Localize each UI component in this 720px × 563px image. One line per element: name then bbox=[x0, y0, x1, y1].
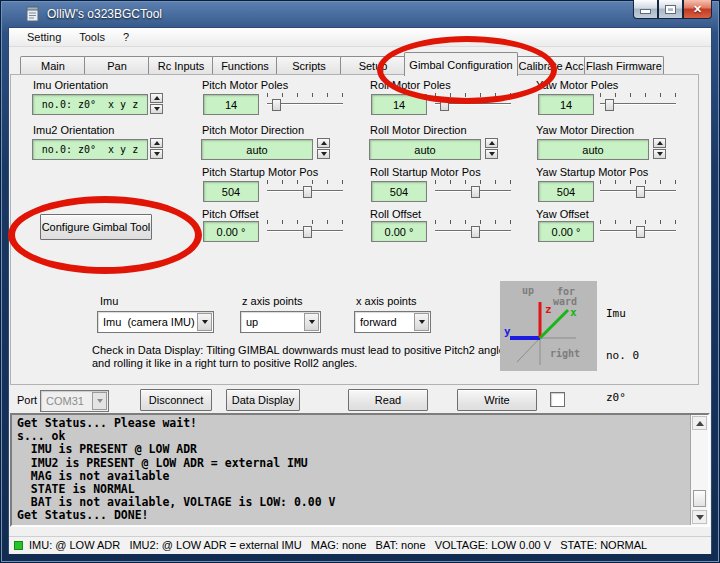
spinner-up-icon[interactable] bbox=[485, 138, 498, 148]
slider-thumb[interactable] bbox=[605, 99, 614, 111]
data-display-button[interactable]: Data Display bbox=[226, 389, 300, 411]
roll-motor-poles-slider[interactable] bbox=[435, 93, 511, 111]
roll-offset-slider[interactable] bbox=[435, 220, 511, 238]
pitch-motor-poles-slider[interactable] bbox=[267, 93, 343, 111]
yaw-offset-slider[interactable] bbox=[600, 220, 676, 238]
tab-gimbal-configuration[interactable]: Gimbal Configuration bbox=[404, 52, 518, 76]
minimize-icon bbox=[640, 9, 651, 14]
spinner-up-icon[interactable] bbox=[150, 93, 163, 103]
tab-functions[interactable]: Functions bbox=[212, 56, 278, 74]
diagram-y-axis-label: y bbox=[504, 325, 511, 338]
x-axis-points-select[interactable]: forward bbox=[354, 311, 431, 333]
write-button[interactable]: Write bbox=[457, 389, 537, 411]
spinner-down-icon[interactable] bbox=[317, 149, 330, 159]
slider-thumb[interactable] bbox=[636, 186, 645, 198]
title-bar[interactable]: OlliW's o323BGCTool ✕ bbox=[0, 0, 720, 28]
roll-motor-direction-label: Roll Motor Direction bbox=[370, 124, 467, 136]
roll-startup-motor-pos-label: Roll Startup Motor Pos bbox=[370, 166, 481, 178]
status-log-terminal: Get Status... Please wait! s... ok IMU i… bbox=[10, 413, 710, 527]
unnamed-checkbox[interactable] bbox=[550, 392, 565, 407]
slider-thumb[interactable] bbox=[471, 226, 480, 238]
imu-orientation-field[interactable]: no.0: z0° x y z bbox=[32, 94, 148, 115]
imu-orientation-label: Imu Orientation bbox=[33, 79, 108, 91]
yaw-motor-poles-field[interactable]: 14 bbox=[538, 94, 594, 115]
pitch-offset-field[interactable]: 0.00 ° bbox=[203, 221, 259, 242]
imu2-orientation-field[interactable]: no.0: z0° x y z bbox=[32, 139, 148, 160]
roll-motor-direction-field[interactable]: auto bbox=[369, 139, 481, 160]
slider-ticks bbox=[600, 180, 676, 184]
yaw-startup-motor-pos-slider[interactable] bbox=[600, 180, 676, 198]
chevron-down-icon[interactable] bbox=[414, 313, 429, 331]
configure-gimbal-tool-button[interactable]: Configure Gimbal Tool bbox=[40, 214, 152, 240]
spinner-up-icon[interactable] bbox=[317, 138, 330, 148]
chevron-down-icon[interactable] bbox=[197, 313, 212, 331]
slider-thumb[interactable] bbox=[272, 99, 281, 111]
roll-offset-field[interactable]: 0.00 ° bbox=[371, 221, 427, 242]
roll-motor-direction-spinner[interactable] bbox=[485, 138, 498, 159]
tab-setup[interactable]: Setup bbox=[340, 56, 406, 74]
pitch-motor-poles-field[interactable]: 14 bbox=[203, 94, 259, 115]
roll-motor-poles-field[interactable]: 14 bbox=[371, 94, 427, 115]
spinner-down-icon[interactable] bbox=[150, 149, 163, 159]
spinner-down-icon[interactable] bbox=[150, 104, 163, 114]
menu-tools[interactable]: Tools bbox=[70, 29, 114, 45]
menu-help[interactable]: ? bbox=[114, 29, 138, 45]
spinner-down-icon[interactable] bbox=[485, 149, 498, 159]
imu-select[interactable]: Imu (camera IMU) bbox=[97, 311, 214, 333]
yaw-motor-poles-slider[interactable] bbox=[600, 93, 676, 111]
slider-thumb[interactable] bbox=[471, 186, 480, 198]
chevron-down-icon[interactable] bbox=[304, 313, 319, 331]
axis-orientation-diagram: up for ward right z x y bbox=[500, 281, 597, 371]
z-axis-points-value: up bbox=[246, 316, 258, 328]
diagram-x-axis-label: x bbox=[570, 306, 577, 319]
pitch-startup-motor-pos-field[interactable]: 504 bbox=[203, 181, 259, 202]
pitch-motor-direction-spinner[interactable] bbox=[317, 138, 330, 159]
scroll-up-icon[interactable] bbox=[692, 416, 707, 430]
yaw-motor-direction-spinner[interactable] bbox=[653, 138, 666, 159]
scroll-down-icon[interactable] bbox=[692, 510, 707, 524]
spinner-down-icon[interactable] bbox=[653, 149, 666, 159]
imu-select-value: Imu (camera IMU) bbox=[103, 316, 195, 328]
app-icon bbox=[25, 6, 41, 22]
check-note-line2: and rolling it like in a right turn to p… bbox=[92, 357, 357, 369]
close-button[interactable]: ✕ bbox=[683, 0, 712, 19]
status-bar: IMU: @ LOW ADR IMU2: @ LOW ADR = externa… bbox=[9, 536, 711, 554]
yaw-offset-field[interactable]: 0.00 ° bbox=[538, 221, 594, 242]
slider-thumb[interactable] bbox=[303, 226, 312, 238]
imu-select-label: Imu bbox=[100, 295, 118, 307]
menu-setting[interactable]: Setting bbox=[18, 29, 70, 45]
terminal-line: Get Status... DONE! bbox=[12, 509, 708, 522]
spinner-up-icon[interactable] bbox=[653, 138, 666, 148]
slider-thumb[interactable] bbox=[303, 186, 312, 198]
imu2-orientation-spinner[interactable] bbox=[150, 138, 163, 159]
disconnect-button[interactable]: Disconnect bbox=[140, 389, 212, 411]
tab-main[interactable]: Main bbox=[20, 56, 86, 74]
connection-led-icon bbox=[14, 541, 23, 550]
port-label: Port bbox=[17, 394, 37, 406]
terminal-scrollbar[interactable] bbox=[690, 415, 708, 525]
roll-startup-motor-pos-slider[interactable] bbox=[435, 180, 511, 198]
slider-ticks bbox=[435, 220, 511, 224]
pitch-offset-slider[interactable] bbox=[267, 220, 343, 238]
imu-orientation-spinner[interactable] bbox=[150, 93, 163, 114]
pitch-motor-direction-field[interactable]: auto bbox=[201, 139, 313, 160]
menu-bar: Setting Tools ? bbox=[9, 28, 711, 47]
z-axis-points-select[interactable]: up bbox=[240, 311, 321, 333]
roll-startup-motor-pos-field[interactable]: 504 bbox=[371, 181, 427, 202]
scrollbar-thumb[interactable] bbox=[693, 490, 706, 507]
tab-rc-inputs[interactable]: Rc Inputs bbox=[148, 56, 214, 74]
tab-flash-firmware[interactable]: Flash Firmware bbox=[584, 56, 664, 74]
terminal-line: Get Status... Please wait! bbox=[12, 417, 708, 430]
tab-scripts[interactable]: Scripts bbox=[276, 56, 342, 74]
pitch-startup-motor-pos-slider[interactable] bbox=[267, 180, 343, 198]
yaw-motor-direction-field[interactable]: auto bbox=[537, 139, 649, 160]
read-button[interactable]: Read bbox=[348, 389, 428, 411]
minimize-button[interactable] bbox=[633, 0, 658, 19]
spinner-up-icon[interactable] bbox=[150, 138, 163, 148]
slider-thumb[interactable] bbox=[440, 99, 449, 111]
tab-pan[interactable]: Pan bbox=[84, 56, 150, 74]
maximize-button[interactable] bbox=[658, 0, 683, 19]
slider-thumb[interactable] bbox=[636, 226, 645, 238]
tab-calibrate-acc[interactable]: Calibrate Acc bbox=[516, 56, 586, 74]
yaw-startup-motor-pos-field[interactable]: 504 bbox=[538, 181, 594, 202]
